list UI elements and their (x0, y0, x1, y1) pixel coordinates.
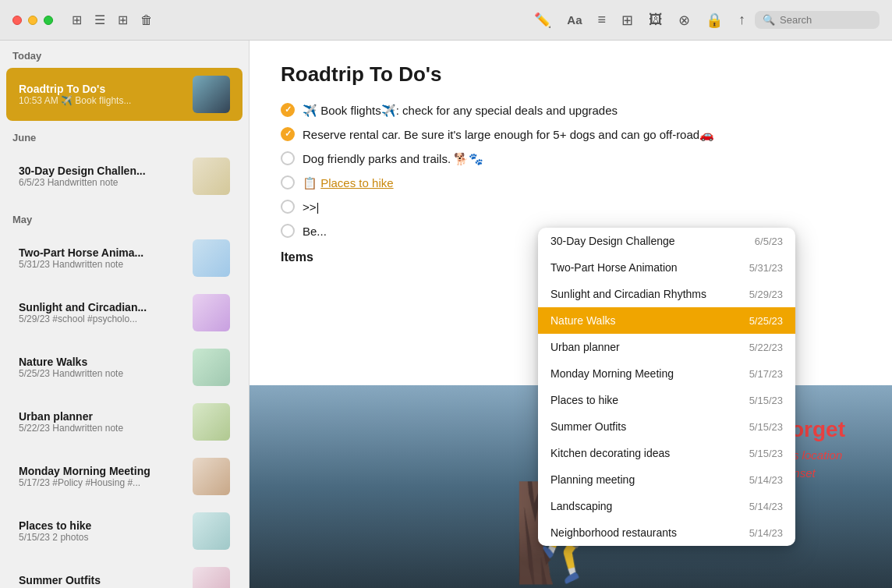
note-thumbnail (193, 403, 230, 441)
note-item-title: Roadtrip To Do's (19, 83, 185, 95)
checkbox-4[interactable] (281, 175, 295, 190)
checklist-text-2: Reserve rental car. Be sure it's large e… (303, 126, 714, 143)
dropdown-item-date: 5/14/23 (749, 474, 783, 486)
fullscreen-button[interactable] (44, 16, 53, 25)
search-box[interactable]: 🔍 (755, 11, 880, 29)
note-item-meta: 5/29/23 #school #psycholo... (19, 313, 185, 324)
dropdown-item-name: Urban planner (550, 341, 749, 353)
dropdown-item-date: 5/14/23 (749, 527, 783, 539)
sidebar-section: June30-Day Design Challen...6/5/23 Handw… (0, 122, 249, 203)
checklist-item-2: Reserve rental car. Be sure it's large e… (281, 126, 861, 143)
checklist-text-5: >>| (303, 199, 319, 215)
collaborate-icon[interactable]: ⊗ (678, 12, 690, 29)
checklist-item-3: Dog friendly parks and trails. 🐕🐾 (281, 151, 861, 167)
media-icon[interactable]: 🖼 (649, 12, 663, 28)
traffic-lights (12, 16, 53, 25)
share-icon[interactable]: ↑ (738, 12, 745, 28)
dropdown-note-item[interactable]: Nature Walks5/25/23 (538, 307, 795, 334)
note-item-meta: 5/31/23 Handwritten note (19, 259, 185, 270)
list-view-icon[interactable]: ☰ (94, 12, 105, 27)
note-item-horse[interactable]: Two-Part Horse Anima...5/31/23 Handwritt… (6, 232, 242, 285)
dropdown-note-item[interactable]: Landscaping5/14/23 (538, 493, 795, 519)
dropdown-item-name: Summer Outfits (550, 420, 749, 433)
dropdown-note-item[interactable]: Sunlight and Circadian Rhythms5/29/23 (538, 281, 795, 307)
dropdown-item-name: Two-Part Horse Animation (550, 261, 749, 274)
note-item-title: Sunlight and Circadian... (19, 301, 185, 313)
dropdown-item-date: 5/31/23 (749, 262, 783, 274)
dropdown-note-item[interactable]: Two-Part Horse Animation5/31/23 (538, 254, 795, 281)
dropdown-item-date: 5/29/23 (749, 289, 783, 300)
checklist-item-5: >>| (281, 199, 861, 215)
note-item-title: Summer Outfits (19, 574, 185, 586)
note-item-meta: 6/5/23 Handwritten note (19, 177, 185, 188)
note-item-meta: 5/22/23 Handwritten note (19, 423, 185, 434)
search-input[interactable] (780, 14, 872, 26)
sidebar-section-label: Today (0, 41, 249, 66)
note-item-places[interactable]: Places to hike5/15/23 2 photos (6, 505, 242, 558)
dropdown-note-item[interactable]: Planning meeting5/14/23 (538, 466, 795, 493)
dropdown-item-name: Kitchen decorating ideas (550, 447, 749, 459)
places-link[interactable]: Places to hike (320, 176, 393, 190)
dropdown-note-item[interactable]: Kitchen decorating ideas5/15/23 (538, 440, 795, 466)
checkbox-5[interactable] (281, 200, 295, 214)
sidebar: TodayRoadtrip To Do's10:53 AM ✈️ Book fl… (0, 41, 250, 588)
dropdown-note-item[interactable]: 30-Day Design Challenge6/5/23 (538, 228, 795, 254)
note-item-sunlight[interactable]: Sunlight and Circadian...5/29/23 #school… (6, 286, 242, 339)
content-area: Roadtrip To Do's ✈️ Book flights✈️: chec… (250, 41, 892, 588)
dropdown-item-name: Landscaping (550, 500, 749, 512)
note-item-title: Monday Morning Meeting (19, 465, 185, 477)
note-item-monday[interactable]: Monday Morning Meeting5/17/23 #Policy #H… (6, 450, 242, 503)
note-item-meta: 5/17/23 #Policy #Housing #... (19, 477, 185, 488)
note-item-title: Places to hike (19, 519, 185, 532)
toolbar-right: 🔍 (755, 11, 880, 29)
note-item-title: 30-Day Design Challen... (19, 165, 185, 177)
search-icon: 🔍 (763, 14, 775, 26)
checklist-text-1: ✈️ Book flights✈️: check for any special… (303, 102, 618, 119)
sidebar-section-label: June (0, 122, 249, 148)
delete-icon[interactable]: 🗑 (140, 13, 153, 27)
sidebar-section: MayTwo-Part Horse Anima...5/31/23 Handwr… (0, 204, 249, 588)
dropdown-note-item[interactable]: Summer Outfits5/15/23 (538, 413, 795, 440)
note-item-meta: 5/25/23 Handwritten note (19, 368, 185, 379)
format-list-icon[interactable]: ≡ (597, 12, 606, 28)
dropdown-item-date: 5/14/23 (749, 501, 783, 512)
note-item-design[interactable]: 30-Day Design Challen...6/5/23 Handwritt… (6, 150, 242, 203)
dropdown-note-item[interactable]: Monday Morning Meeting5/17/23 (538, 360, 795, 387)
note-thumbnail (193, 349, 230, 386)
checkbox-3[interactable] (281, 151, 295, 165)
checklist-item-4: 📋 Places to hike (281, 175, 861, 191)
note-item-summer[interactable]: Summer Outfits5/15/23 (6, 559, 242, 588)
checkbox-6[interactable] (281, 224, 295, 238)
dropdown-item-date: 5/22/23 (749, 342, 783, 353)
note-thumbnail (193, 512, 230, 550)
checkbox-2[interactable] (281, 127, 295, 141)
table-icon[interactable]: ⊞ (621, 12, 633, 29)
note-item-roadtrip[interactable]: Roadtrip To Do's10:53 AM ✈️ Book flights… (6, 68, 242, 121)
dropdown-item-date: 5/15/23 (749, 395, 783, 406)
note-item-nature[interactable]: Nature Walks5/25/23 Handwritten note (6, 341, 242, 394)
sidebar-toggle-icon[interactable]: ⊞ (72, 12, 82, 27)
note-thumbnail (193, 458, 230, 495)
note-item-title: Two-Part Horse Anima... (19, 246, 185, 259)
dropdown-item-date: 5/15/23 (749, 421, 783, 433)
checkbox-1[interactable] (281, 103, 295, 117)
note-link-dropdown: 30-Day Design Challenge6/5/23Two-Part Ho… (538, 228, 795, 546)
dropdown-item-date: 6/5/23 (755, 236, 783, 247)
compose-icon[interactable]: ✏️ (534, 12, 551, 29)
sidebar-section: TodayRoadtrip To Do's10:53 AM ✈️ Book fl… (0, 41, 249, 121)
grid-view-icon[interactable]: ⊞ (118, 12, 128, 27)
dropdown-note-item[interactable]: Urban planner5/22/23 (538, 334, 795, 360)
dropdown-item-date: 5/17/23 (749, 368, 783, 380)
note-thumbnail (193, 294, 230, 331)
minimize-button[interactable] (28, 16, 37, 25)
note-item-meta: 5/15/23 2 photos (19, 532, 185, 543)
dropdown-note-item[interactable]: Neighborhood restaurants5/14/23 (538, 519, 795, 546)
dropdown-note-item[interactable]: Places to hike5/15/23 (538, 387, 795, 413)
checklist-text-6: Be... (303, 223, 327, 239)
note-item-title: Nature Walks (19, 356, 185, 368)
note-item-urban[interactable]: Urban planner5/22/23 Handwritten note (6, 395, 242, 448)
dropdown-item-date: 5/25/23 (749, 315, 783, 327)
font-icon[interactable]: Aa (567, 13, 582, 27)
lock-icon[interactable]: 🔒 (706, 12, 723, 29)
close-button[interactable] (12, 16, 22, 25)
